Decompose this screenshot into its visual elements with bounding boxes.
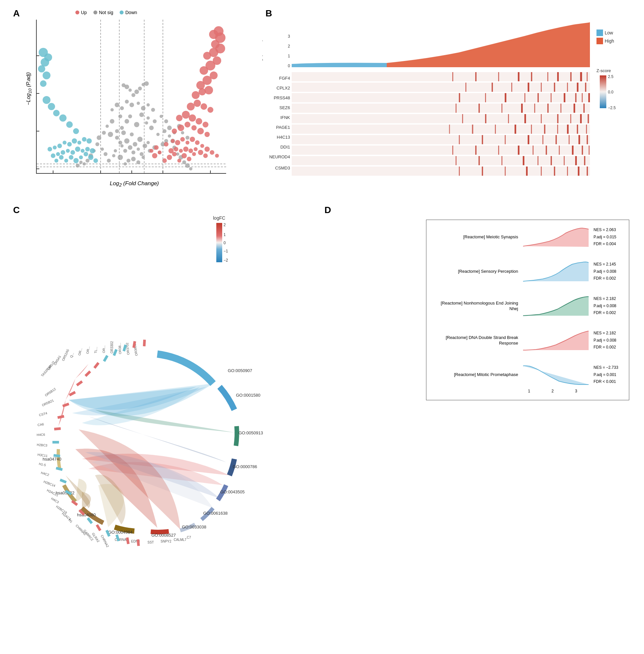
svg-point-4 xyxy=(124,138,130,143)
svg-rect-217 xyxy=(498,72,499,81)
svg-text:hsa04080: hsa04080 xyxy=(77,512,96,517)
svg-rect-244 xyxy=(564,93,565,102)
svg-rect-247 xyxy=(588,93,590,102)
legend-notsig-dot xyxy=(93,10,97,15)
svg-point-95 xyxy=(168,148,174,153)
svg-rect-286 xyxy=(505,135,506,144)
svg-point-27 xyxy=(104,152,108,156)
svg-rect-234 xyxy=(577,83,578,92)
legend-notsig: Not sig xyxy=(93,10,113,15)
legend-up-label: Up xyxy=(81,10,87,15)
svg-point-167 xyxy=(87,138,92,143)
svg-text:SEZ6: SEZ6 xyxy=(279,105,290,110)
svg-rect-262 xyxy=(485,114,486,123)
svg-rect-272 xyxy=(449,125,450,134)
svg-rect-405 xyxy=(143,340,146,346)
svg-point-152 xyxy=(79,155,83,159)
svg-rect-302 xyxy=(572,145,574,155)
svg-point-56 xyxy=(139,112,144,117)
gsea-plot-2 xyxy=(523,261,589,282)
svg-point-86 xyxy=(121,83,125,87)
svg-rect-218 xyxy=(518,72,520,81)
gsea-stats-5: NES = −2.733 P.adj = 0.001 FDR < 0.001 xyxy=(589,364,618,385)
svg-point-10 xyxy=(142,143,147,148)
svg-text:H4C6: H4C6 xyxy=(37,433,45,437)
svg-rect-258 xyxy=(583,104,585,113)
svg-rect-229 xyxy=(511,83,512,92)
svg-rect-287 xyxy=(528,135,529,144)
svg-point-5 xyxy=(118,141,122,144)
svg-rect-216 xyxy=(475,72,477,81)
svg-text:FGF4: FGF4 xyxy=(279,76,290,81)
svg-point-76 xyxy=(146,103,150,107)
svg-rect-238 xyxy=(459,93,460,102)
svg-text:Low: Low xyxy=(605,30,614,36)
svg-rect-275 xyxy=(514,125,516,134)
svg-text:Z-score: Z-score xyxy=(597,68,611,73)
svg-point-58 xyxy=(153,119,157,123)
svg-point-25 xyxy=(107,159,111,163)
svg-point-163 xyxy=(66,149,70,153)
svg-rect-274 xyxy=(495,125,496,134)
svg-rect-219 xyxy=(531,72,532,81)
svg-rect-318 xyxy=(459,166,460,176)
svg-text:GO:0000786: GO:0000786 xyxy=(233,464,257,469)
svg-point-91 xyxy=(177,159,181,163)
svg-point-23 xyxy=(112,154,115,157)
svg-text:GO:0004984: GO:0004984 xyxy=(108,530,132,535)
svg-point-126 xyxy=(189,114,196,121)
svg-rect-253 xyxy=(521,104,523,113)
legend-notsig-label: Not sig xyxy=(99,10,113,15)
svg-point-121 xyxy=(191,125,197,131)
svg-point-114 xyxy=(210,150,214,155)
svg-rect-243 xyxy=(551,93,552,102)
svg-point-78 xyxy=(151,108,155,112)
svg-point-96 xyxy=(174,147,178,152)
svg-point-11 xyxy=(115,136,119,140)
svg-rect-221 xyxy=(557,72,559,81)
svg-rect-304 xyxy=(589,145,590,155)
svg-rect-314 xyxy=(575,156,577,165)
svg-point-159 xyxy=(85,147,90,152)
svg-point-125 xyxy=(182,111,190,119)
svg-point-148 xyxy=(205,86,213,94)
gsea-label-4: [Reactome] DNA Double Strand Break Respo… xyxy=(431,335,523,346)
svg-point-153 xyxy=(73,158,79,163)
svg-text:OR3702: OR3702 xyxy=(125,342,130,355)
svg-rect-230 xyxy=(528,83,529,92)
svg-rect-322 xyxy=(541,166,542,176)
svg-text:CPLX2: CPLX2 xyxy=(277,86,290,90)
svg-rect-296 xyxy=(475,145,477,155)
svg-point-37 xyxy=(156,133,160,136)
svg-text:H2BC14: H2BC14 xyxy=(43,480,56,488)
svg-point-174 xyxy=(53,145,57,150)
svg-rect-414 xyxy=(96,524,101,531)
svg-point-179 xyxy=(53,110,60,116)
panel-a-label: A xyxy=(13,8,20,19)
svg-rect-227 xyxy=(465,83,466,92)
gsea-x-tick-3: 3 xyxy=(575,389,577,393)
svg-rect-268 xyxy=(580,114,582,123)
svg-rect-319 xyxy=(482,166,483,176)
svg-point-14 xyxy=(121,131,126,135)
svg-rect-315 xyxy=(584,156,585,165)
svg-rect-292 xyxy=(586,135,588,144)
svg-point-160 xyxy=(80,149,85,153)
svg-text:H4C2: H4C2 xyxy=(40,471,49,477)
svg-point-120 xyxy=(185,121,190,128)
svg-point-154 xyxy=(69,155,73,160)
svg-point-0 xyxy=(123,149,127,153)
svg-rect-255 xyxy=(547,104,549,113)
svg-rect-276 xyxy=(531,125,532,134)
panel-d: D [Reactome] Meiotic Synapsis NES = 2.06… xyxy=(321,203,632,646)
svg-text:3: 3 xyxy=(288,34,290,39)
svg-rect-265 xyxy=(541,114,542,123)
svg-text:H4C13: H4C13 xyxy=(277,135,290,140)
svg-point-87 xyxy=(144,81,149,86)
svg-point-12 xyxy=(137,137,142,142)
svg-text:OR5B12: OR5B12 xyxy=(44,387,57,397)
svg-point-124 xyxy=(176,115,183,121)
svg-rect-301 xyxy=(559,145,560,155)
svg-text:TL...: TL... xyxy=(94,346,98,353)
svg-point-140 xyxy=(203,52,211,60)
